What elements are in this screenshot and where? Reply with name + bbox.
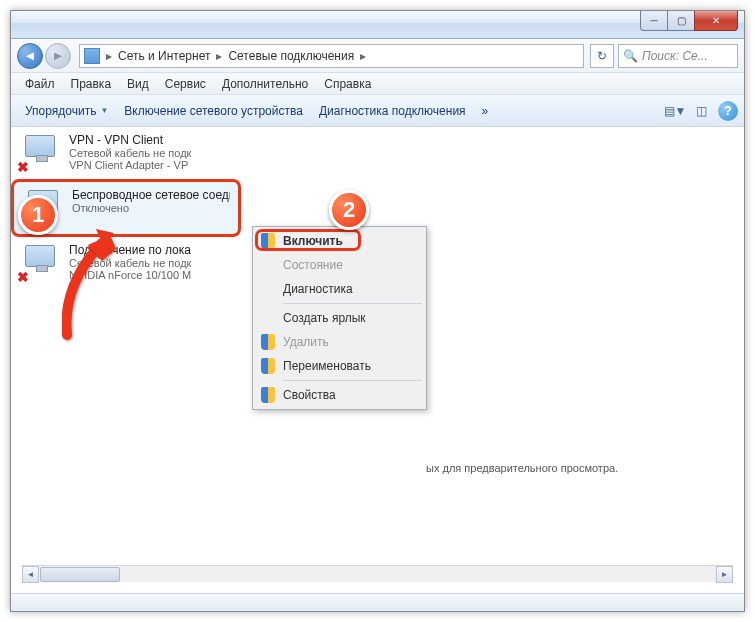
breadcrumb-item[interactable]: Сеть и Интернет <box>114 47 214 65</box>
refresh-button[interactable]: ↻ <box>590 44 614 68</box>
connection-item-vpn[interactable]: ✖ VPN - VPN Client Сетевой кабель не под… <box>11 127 241 179</box>
ctx-status: Состояние <box>255 253 424 277</box>
scroll-right-button[interactable]: ► <box>716 566 733 583</box>
enable-device-button[interactable]: Включение сетевого устройства <box>116 100 311 122</box>
menu-help[interactable]: Справка <box>316 74 379 94</box>
horizontal-scrollbar[interactable]: ◄ ► <box>22 565 733 582</box>
shield-icon <box>261 387 275 403</box>
ctx-create-shortcut[interactable]: Создать ярлык <box>255 306 424 330</box>
location-icon <box>84 48 100 64</box>
toolbar-more-button[interactable]: » <box>474 100 497 122</box>
connection-status: Отключено <box>72 202 230 214</box>
shield-icon <box>261 334 275 350</box>
forward-button[interactable]: ► <box>45 43 71 69</box>
separator <box>283 303 422 304</box>
separator <box>283 380 422 381</box>
network-adapter-icon: ✖ <box>19 133 63 173</box>
help-button[interactable]: ? <box>718 101 738 121</box>
menu-edit[interactable]: Правка <box>63 74 120 94</box>
context-menu: Включить Состояние Диагностика Создать я… <box>252 226 427 410</box>
address-bar[interactable]: ▸ Сеть и Интернет ▸ Сетевые подключения … <box>79 44 584 68</box>
menu-view[interactable]: Вид <box>119 74 157 94</box>
nav-bar: ◄ ► ▸ Сеть и Интернет ▸ Сетевые подключе… <box>11 39 744 73</box>
shield-icon <box>261 358 275 374</box>
menu-advanced[interactable]: Дополнительно <box>214 74 316 94</box>
scroll-left-button[interactable]: ◄ <box>22 566 39 583</box>
menu-bar: Файл Правка Вид Сервис Дополнительно Спр… <box>11 73 744 95</box>
title-bar: ─ ▢ ✕ <box>11 11 744 39</box>
preview-pane-button[interactable]: ◫ <box>690 100 712 122</box>
search-icon: 🔍 <box>623 49 638 63</box>
preview-text: ых для предварительного просмотра. <box>426 462 618 474</box>
breadcrumb-item[interactable]: Сетевые подключения <box>224 47 358 65</box>
ctx-diagnostics[interactable]: Диагностика <box>255 277 424 301</box>
connection-title: Беспроводное сетевое соединение <box>72 188 230 202</box>
diagnose-button[interactable]: Диагностика подключения <box>311 100 474 122</box>
organize-button[interactable]: Упорядочить▼ <box>17 100 116 122</box>
connection-status: Сетевой кабель не подк <box>69 147 191 159</box>
error-x-icon: ✖ <box>17 159 33 175</box>
annotation-arrow-icon <box>52 225 132 345</box>
crumb-sep-icon: ▸ <box>104 49 114 63</box>
annotation-badge-2: 2 <box>329 190 369 230</box>
scroll-thumb[interactable] <box>40 567 120 582</box>
search-placeholder: Поиск: Се... <box>642 49 708 63</box>
shield-icon <box>261 233 275 249</box>
back-button[interactable]: ◄ <box>17 43 43 69</box>
view-options-button[interactable]: ▤▼ <box>664 100 686 122</box>
search-input[interactable]: 🔍 Поиск: Се... <box>618 44 738 68</box>
error-x-icon: ✖ <box>17 269 33 285</box>
connection-title: VPN - VPN Client <box>69 133 191 147</box>
ctx-enable[interactable]: Включить <box>255 229 424 253</box>
ctx-delete: Удалить <box>255 330 424 354</box>
ctx-rename[interactable]: Переименовать <box>255 354 424 378</box>
connection-device: VPN Client Adapter - VP <box>69 159 191 171</box>
crumb-sep-icon: ▸ <box>358 49 368 63</box>
annotation-badge-1: 1 <box>18 195 58 235</box>
ctx-properties[interactable]: Свойства <box>255 383 424 407</box>
close-button[interactable]: ✕ <box>694 11 738 31</box>
menu-tools[interactable]: Сервис <box>157 74 214 94</box>
toolbar: Упорядочить▼ Включение сетевого устройст… <box>11 95 744 127</box>
crumb-sep-icon: ▸ <box>214 49 224 63</box>
chevron-down-icon: ▼ <box>100 106 108 115</box>
status-bar <box>11 593 744 611</box>
maximize-button[interactable]: ▢ <box>667 11 695 31</box>
menu-file[interactable]: Файл <box>17 74 63 94</box>
minimize-button[interactable]: ─ <box>640 11 668 31</box>
